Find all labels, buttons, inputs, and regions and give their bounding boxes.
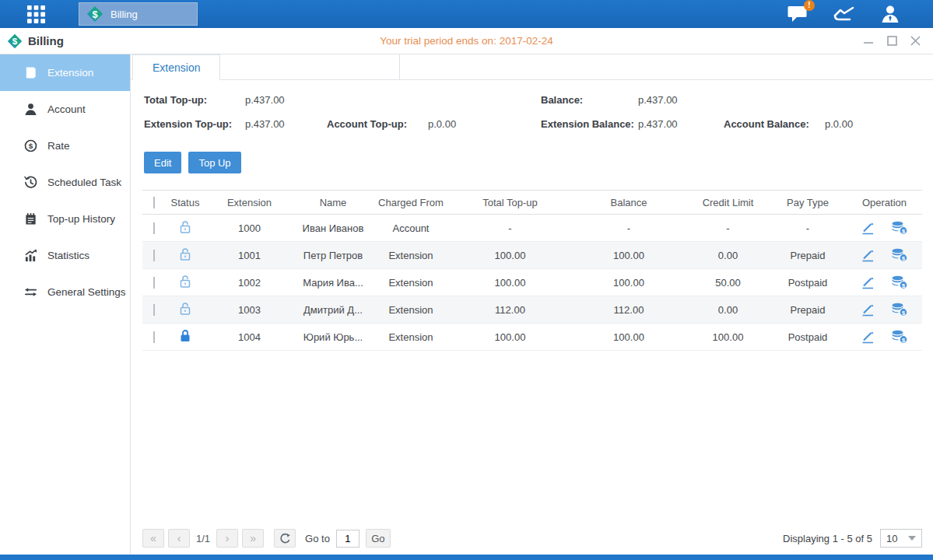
row-checkbox[interactable] (153, 250, 155, 261)
edit-row-icon[interactable] (861, 222, 875, 235)
topup-row-icon[interactable]: $ (891, 330, 908, 344)
taskbar-billing-app-button[interactable]: $ Billing (79, 2, 198, 26)
cell-credit-limit: 100.00 (687, 331, 769, 343)
extension-topup-label: Extension Top-up: (144, 118, 232, 130)
topup-row-icon[interactable]: $ (891, 221, 908, 235)
cell-extension: 1001 (205, 250, 294, 261)
go-button[interactable]: Go (366, 529, 391, 548)
cell-total-topup: 100.00 (450, 250, 570, 261)
cell-charged-from: Account (372, 222, 450, 234)
cell-name: Иван Иванов (294, 222, 372, 234)
edit-row-icon[interactable] (861, 249, 875, 262)
sliders-icon (24, 285, 37, 299)
col-extension: Extension (205, 197, 294, 208)
tab-bar: Extension (131, 54, 933, 80)
cell-pay-type: Postpaid (769, 331, 847, 343)
first-page-button[interactable]: « (142, 529, 164, 548)
refresh-button[interactable] (274, 529, 296, 548)
cell-pay-type: Prepaid (769, 304, 847, 316)
maximize-icon[interactable] (887, 36, 897, 46)
app-grid-icon[interactable] (26, 5, 46, 24)
topup-button[interactable]: Top Up (188, 152, 240, 173)
user-account-icon[interactable] (880, 4, 900, 24)
total-topup-label: Total Top-up: (144, 94, 207, 106)
tab-extension[interactable]: Extension (132, 54, 220, 80)
svg-text:$: $ (12, 36, 18, 46)
taskbar-status-icons: ! (787, 4, 900, 24)
page-info: 1/1 (196, 533, 210, 544)
sidebar: Extension Account $ Rate Scheduled Task (0, 54, 131, 555)
cell-pay-type: Prepaid (769, 250, 847, 261)
table-row: 1001 Петр Петров Extension 100.00 100.00… (142, 242, 922, 269)
sidebar-item-label: Rate (47, 140, 70, 152)
col-credit-limit: Credit Limit (687, 197, 769, 208)
edit-button[interactable]: Edit (144, 152, 181, 173)
cell-balance: 112.00 (570, 304, 687, 316)
topup-row-icon[interactable]: $ (891, 275, 908, 289)
cell-credit-limit: - (687, 222, 769, 234)
desktop-bottom-strip (0, 555, 933, 560)
main-content: Extension Total Top-up: p.437.00 Balance… (131, 54, 933, 555)
table-header-row: Status Extension Name Charged From Total… (142, 190, 922, 215)
cell-balance: 100.00 (570, 250, 687, 261)
notification-badge: ! (804, 0, 815, 11)
row-checkbox[interactable] (153, 331, 155, 343)
next-page-button[interactable]: › (216, 529, 238, 548)
cell-balance: - (570, 222, 687, 234)
sidebar-item-general-settings[interactable]: General Settings (0, 274, 130, 310)
topup-row-icon[interactable]: $ (891, 248, 908, 262)
cell-name: Дмитрий Д... (294, 304, 372, 316)
sidebar-item-label: Account (47, 103, 86, 115)
lock-status-icon (179, 306, 191, 318)
cell-charged-from: Extension (372, 331, 450, 343)
extension-balance-value: p.437.00 (638, 118, 678, 130)
cell-name: Петр Петров (294, 250, 372, 261)
billing-summary: Total Top-up: p.437.00 Balance: p.437.00… (131, 80, 933, 152)
sidebar-item-account[interactable]: Account (0, 91, 130, 128)
account-topup-value: p.0.00 (428, 118, 456, 130)
goto-label: Go to (305, 533, 330, 544)
cell-extension: 1002 (205, 277, 294, 289)
table-actions: Edit Top Up (131, 152, 933, 173)
sidebar-item-scheduled-task[interactable]: Scheduled Task (0, 164, 130, 201)
edit-row-icon[interactable] (861, 331, 875, 344)
last-page-button[interactable]: » (242, 529, 264, 548)
sidebar-item-rate[interactable]: $ Rate (0, 128, 130, 164)
sidebar-item-topup-history[interactable]: Top-up History (0, 201, 130, 237)
chevron-down-icon (908, 536, 916, 541)
sidebar-item-label: Statistics (47, 250, 89, 261)
resource-monitor-icon[interactable] (833, 5, 855, 23)
minimize-icon[interactable] (863, 37, 874, 46)
window-title: $ Billing (7, 33, 64, 49)
notepad-icon (24, 212, 37, 226)
chat-icon[interactable]: ! (787, 5, 808, 23)
prev-page-button[interactable]: ‹ (168, 529, 190, 548)
edit-row-icon[interactable] (861, 276, 875, 289)
row-checkbox[interactable] (153, 277, 155, 289)
sidebar-item-extension[interactable]: Extension (0, 54, 130, 91)
row-checkbox[interactable] (153, 304, 155, 316)
balance-value: p.437.00 (638, 94, 678, 106)
col-balance: Balance (570, 197, 687, 208)
row-checkbox[interactable] (153, 222, 155, 234)
lock-status-icon (179, 334, 191, 345)
cell-total-topup: 100.00 (450, 331, 570, 343)
col-pay-type: Pay Type (769, 197, 847, 208)
account-balance-value: p.0.00 (825, 118, 853, 130)
col-total-topup: Total Top-up (450, 197, 570, 208)
sidebar-item-statistics[interactable]: Statistics (0, 237, 130, 274)
svg-text:$: $ (92, 9, 97, 20)
cell-extension: 1004 (205, 331, 294, 343)
select-all-checkbox[interactable] (153, 197, 155, 208)
page-size-select[interactable]: 10 (880, 529, 922, 548)
close-icon[interactable] (910, 36, 921, 46)
tab-bar-divider (220, 54, 400, 80)
cell-credit-limit: 50.00 (687, 277, 769, 289)
sidebar-item-label: Top-up History (47, 213, 115, 225)
cell-extension: 1003 (205, 304, 294, 316)
table-row: 1002 Мария Ива... Extension 100.00 100.0… (142, 269, 922, 296)
goto-page-input[interactable] (336, 530, 360, 548)
topup-row-icon[interactable]: $ (891, 303, 908, 317)
edit-row-icon[interactable] (861, 303, 875, 317)
displaying-info: Displaying 1 - 5 of 5 (783, 533, 872, 544)
